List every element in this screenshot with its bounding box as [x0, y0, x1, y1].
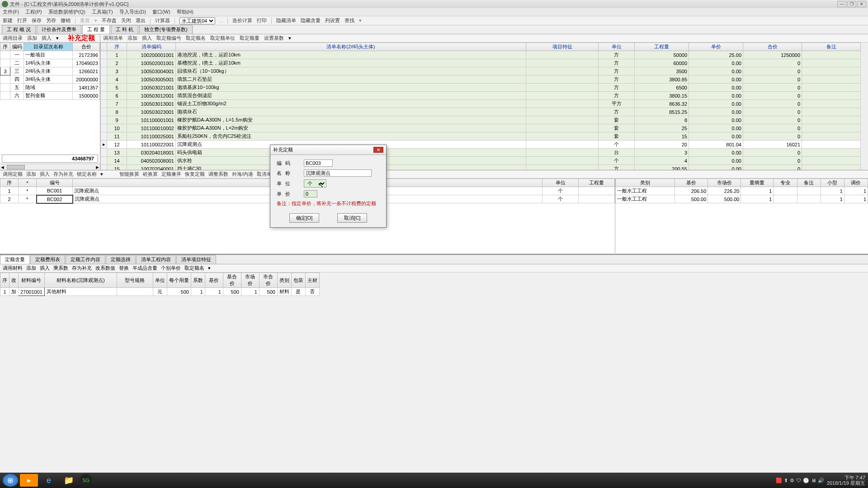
tb-hidelist[interactable]: 隐藏清单	[276, 17, 296, 24]
tb-colset[interactable]: 列设置	[325, 17, 340, 24]
tray-icon[interactable]: 🔊	[818, 478, 824, 483]
bsub-9[interactable]: 取定额名	[184, 265, 204, 272]
tb-save[interactable]: 保存	[32, 17, 42, 24]
left-hscroll[interactable]: ◄►	[0, 164, 100, 170]
left-row[interactable]: 五陆域1481357	[0, 84, 100, 92]
menu-project[interactable]: 工程(P)	[25, 9, 42, 15]
tray-icon[interactable]: 🟥	[776, 478, 782, 483]
right-row[interactable]: 10101100010002橡胶护舷DA-A300N，L=2m购安套250.00…	[101, 124, 861, 132]
right-row[interactable]: 1100200001001港池挖泥，I类土，运距10km方5000025.001…	[101, 51, 861, 59]
btab-5[interactable]: 清单项目特征	[176, 255, 216, 264]
msub-7[interactable]: 砼换算	[143, 171, 158, 178]
tb-pricecalc[interactable]: 造价计算	[232, 17, 252, 24]
bsub-8[interactable]: 个别单价	[161, 265, 181, 272]
msub-3[interactable]: 存为补充	[53, 171, 73, 178]
mid-right-grid[interactable]: 类别 基价 市场价 量纲量 专业 备注 小型 调价 一般水工工程206.5022…	[615, 178, 868, 203]
task-app[interactable]: SG	[80, 474, 92, 487]
right-row[interactable]: 6100503012001填筑混合倒滤层方3800.150.000	[101, 92, 861, 100]
bot-row[interactable]: 1 加 27001001 其他材料 元 500 1 1 500 1 500 材料…	[0, 288, 320, 296]
taskbar-clock[interactable]: 下午 7:47 2018/1/19 星期五	[827, 475, 865, 486]
rsub-0[interactable]: 调用清单	[103, 35, 123, 42]
dlg-ok-button[interactable]: 确定[O]	[289, 213, 320, 223]
tray-icon[interactable]: ⬆	[784, 478, 788, 483]
menu-toolbox[interactable]: 工具箱(T)	[92, 9, 113, 15]
dialog-close-button[interactable]: ✕	[373, 147, 383, 153]
dlg-price-input[interactable]	[304, 190, 317, 197]
close-button[interactable]: ✕	[857, 1, 866, 7]
tb-undo[interactable]: 撤销	[61, 17, 71, 24]
rsub-7[interactable]: 设置基数	[264, 35, 284, 42]
right-row[interactable]: 2100502001001基槽挖泥，I类土，运距10km方600000.000	[101, 59, 861, 67]
msub-1[interactable]: 添加	[26, 171, 36, 178]
right-row[interactable]: 11101100025001系船柱250KN，含壳内C25砼浇注套150.000	[101, 132, 861, 141]
task-media[interactable]: ▶	[20, 474, 38, 487]
tray-icon[interactable]: 🛡	[796, 478, 801, 483]
right-row[interactable]: 7100503013001铺设土工织物300g/m2平方8636.320.000	[101, 100, 861, 108]
right-row[interactable]: 9101100001001橡胶护舷DA-A300N，L=1.5m购安套80.00…	[101, 116, 861, 124]
bsub-7[interactable]: 半成品含量	[132, 265, 157, 272]
rsub-4[interactable]: 取定额名	[186, 35, 206, 42]
right-row[interactable]: 13030204018001码头供电箱台30.000	[101, 149, 861, 157]
tb-print[interactable]: 打印	[257, 17, 267, 24]
btab-1[interactable]: 定额费用表	[30, 255, 65, 264]
tab-rates[interactable]: 计价条件及费率	[37, 25, 81, 34]
btab-0[interactable]: 定额含量	[0, 255, 30, 264]
bsub-5[interactable]: 改系数值	[95, 265, 115, 272]
tb-recalc[interactable]: 重算	[80, 17, 90, 24]
rsub-6[interactable]: 取定额量	[240, 35, 259, 42]
msub-6[interactable]: 智能换算	[119, 171, 139, 178]
rsub-1[interactable]: 添加	[127, 35, 137, 42]
tray-icon[interactable]: 🕐	[803, 478, 809, 483]
menu-window[interactable]: 窗口(W)	[152, 9, 170, 15]
menu-help[interactable]: 帮助(H)	[177, 9, 193, 15]
bsub-1[interactable]: 添加	[26, 265, 36, 272]
dlg-name-input[interactable]	[304, 169, 372, 177]
tray-icon[interactable]: 🖥	[811, 478, 816, 483]
tb-combo[interactable]: 水工建筑04	[179, 17, 215, 24]
bsub-0[interactable]: 调用材料	[3, 265, 23, 272]
right-vscroll[interactable]	[861, 42, 868, 170]
right-row[interactable]: 14040502008001供水栓个40.000	[101, 157, 861, 165]
right-grid[interactable]: 序 清单编码 清单名称(2#码头主体) 项目特征 单位 工程量 单价 合价 备注…	[100, 42, 861, 170]
dlg-unit-select[interactable]: 个	[304, 179, 326, 188]
msub-9[interactable]: 恢复定额	[185, 171, 205, 178]
right-row[interactable]: 3100503004001回填块石（10~100kg）方35000.000	[101, 67, 861, 75]
tb-new[interactable]: 新建	[3, 17, 13, 24]
menu-sysdata[interactable]: 系统数据维护(Q)	[48, 9, 85, 15]
msub-8[interactable]: 定额兼并	[161, 171, 181, 178]
msub-4[interactable]: 锁定名称	[77, 171, 97, 178]
left-row[interactable]: 3三2#码头主体1266021	[0, 67, 100, 75]
tab-overview[interactable]: 工 程 概 况	[2, 25, 36, 34]
rsub-5[interactable]: 取定额单位	[210, 35, 235, 42]
start-button[interactable]: ⊞	[3, 474, 18, 487]
right-row[interactable]: ▸12101100022001沉降观测点个20801.0416021	[101, 141, 861, 149]
tray-icon[interactable]: ⚙	[790, 478, 794, 483]
menu-file[interactable]: 文件(F)	[3, 9, 19, 15]
rsub-3[interactable]: 取定额编号	[156, 35, 181, 42]
tb-exit[interactable]: 退出	[136, 17, 146, 24]
mid-right-row[interactable]: 一般水工工程500.00500.00111	[616, 195, 868, 203]
task-explorer[interactable]: 📁	[60, 474, 78, 487]
lsub-add[interactable]: 添加	[27, 35, 37, 42]
left-row[interactable]: 六暂列金额1500000	[0, 92, 100, 100]
right-row[interactable]: 15100702040001挡土墙C30方200.550.000	[101, 165, 861, 170]
lsub-load[interactable]: 调用目录	[3, 35, 23, 42]
msub-2[interactable]: 插入	[40, 171, 50, 178]
tb-open[interactable]: 打开	[17, 17, 27, 24]
right-row[interactable]: 5100503021001抛填基床10~100kg方65000.000	[101, 84, 861, 92]
tray-icons[interactable]: 🟥 ⬆ ⚙ 🛡 🕐 🖥 🔊	[776, 478, 824, 483]
tb-nosave[interactable]: 不存盘	[102, 17, 117, 24]
tb-saveas[interactable]: 另存	[46, 17, 56, 24]
msub-10[interactable]: 调整系数	[208, 171, 228, 178]
btab-2[interactable]: 定额工作内容	[66, 255, 105, 264]
tb-hidecontent[interactable]: 隐藏含量	[301, 17, 321, 24]
left-row[interactable]: 四3#码头主体20000000	[0, 75, 100, 84]
bsub-2[interactable]: 插入	[40, 265, 50, 272]
bsub-6[interactable]: 替换	[119, 265, 129, 272]
left-row[interactable]: 二1#码头主体17049023	[0, 59, 100, 67]
dlg-code-input[interactable]	[304, 160, 333, 167]
lsub-insert[interactable]: 插入	[42, 35, 52, 42]
tb-close[interactable]: 关闭	[121, 17, 131, 24]
btab-3[interactable]: 定额选择	[106, 255, 136, 264]
task-ie[interactable]: e	[40, 474, 58, 487]
